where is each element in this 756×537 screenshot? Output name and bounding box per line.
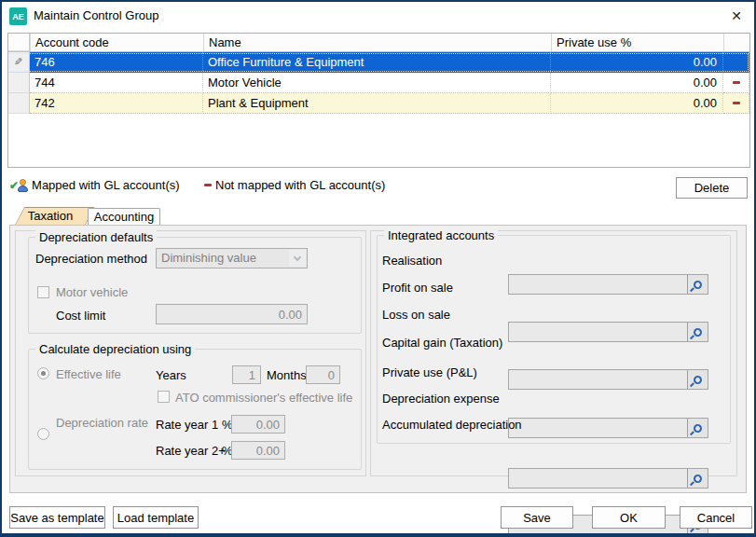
private-use-cell[interactable]: 0.00: [551, 93, 723, 114]
row-selector-cell[interactable]: [8, 93, 30, 114]
search-icon: [692, 374, 704, 386]
not-mapped-icon: [733, 81, 740, 84]
table-row[interactable]: ✎ 746 Office Furniture & Equipment 0.00: [8, 52, 749, 73]
edit-pencil-icon: ✎: [14, 57, 22, 67]
green-check-icon: ✔: [9, 179, 19, 192]
capital-gain-label: Capital gain (Taxation): [382, 336, 502, 350]
search-button[interactable]: [687, 469, 708, 488]
grid-header-private-use[interactable]: Private use %: [551, 34, 723, 51]
private-use-pl-field[interactable]: [508, 468, 708, 489]
depreciation-rate-radio[interactable]: [37, 428, 49, 440]
years-field[interactable]: 1: [232, 365, 261, 384]
depreciation-method-value: Diminishing value: [161, 251, 256, 265]
legend-not-mapped: Not mapped with GL account(s): [204, 178, 385, 192]
depreciation-method-label: Depreciation method: [35, 252, 147, 266]
mapping-status-cell: [723, 73, 749, 93]
mapping-status-cell: [723, 93, 749, 114]
grid-header-selector: [8, 34, 30, 51]
table-row[interactable]: 744 Motor Vehicle 0.00: [8, 73, 749, 93]
close-icon[interactable]: ✕: [728, 7, 745, 24]
search-icon: [692, 473, 704, 485]
title-bar: AE Maintain Control Group ✕: [2, 2, 754, 30]
accounts-grid: Account code Name Private use % ✎ 746 Of…: [7, 33, 750, 168]
red-dash-icon: [204, 184, 212, 186]
load-template-button[interactable]: Load template: [113, 506, 199, 529]
account-name-cell[interactable]: Plant & Equipment: [203, 93, 551, 114]
search-icon: [692, 422, 704, 434]
loss-on-sale-field[interactable]: [508, 369, 708, 390]
realisation-field[interactable]: [508, 274, 708, 295]
depreciation-method-select[interactable]: Diminishing value: [156, 248, 308, 268]
private-use-cell[interactable]: 0.00: [551, 52, 723, 73]
search-button[interactable]: [687, 419, 708, 437]
cost-limit-label: Cost limit: [56, 309, 105, 323]
grid-header-row: Account code Name Private use %: [8, 34, 749, 52]
maintain-control-group-dialog: AE Maintain Control Group ✕ Account code…: [0, 0, 756, 537]
row-selector-cell[interactable]: [8, 73, 30, 93]
motor-vehicle-label: Motor vehicle: [56, 285, 128, 299]
profit-on-sale-label: Profit on sale: [382, 281, 453, 295]
row-selector-cell[interactable]: ✎: [8, 52, 30, 73]
tab-accounting[interactable]: Accounting: [88, 208, 160, 226]
loss-on-sale-label: Loss on sale: [382, 308, 450, 322]
months-field[interactable]: 0: [306, 365, 340, 384]
rate-year2-label: Rate year 2+: [156, 444, 226, 458]
save-button[interactable]: Save: [501, 506, 573, 529]
tab-taxation-label: Taxation: [15, 209, 86, 223]
account-code-cell[interactable]: 746: [30, 52, 203, 73]
rate-year1-field[interactable]: 0.00: [231, 415, 285, 434]
save-as-template-button[interactable]: Save as template: [9, 506, 105, 529]
legend-mapped-label: Mapped with GL account(s): [32, 178, 179, 192]
calculate-depreciation-legend: Calculate depreciation using: [35, 342, 195, 356]
depreciation-expense-label: Depreciation expense: [382, 392, 500, 406]
table-row[interactable]: 742 Plant & Equipment 0.00: [8, 93, 749, 114]
accumulated-depreciation-label: Accumulated depreciation: [382, 418, 522, 432]
private-use-cell[interactable]: 0.00: [551, 73, 723, 93]
account-name-cell[interactable]: Office Furniture & Equipment: [203, 52, 551, 73]
search-icon: [692, 279, 704, 291]
chevron-down-icon: [289, 250, 306, 267]
account-code-cell[interactable]: 742: [30, 93, 203, 114]
cancel-button[interactable]: Cancel: [680, 506, 752, 529]
ato-effective-life-label: ATO commissioner's effective life: [175, 391, 352, 405]
capital-gain-field[interactable]: [508, 418, 708, 438]
legend-not-mapped-label: Not mapped with GL account(s): [215, 178, 385, 192]
ato-effective-life-checkbox[interactable]: [158, 391, 170, 403]
search-button[interactable]: [687, 323, 708, 341]
account-code-cell[interactable]: 744: [30, 73, 203, 93]
tab-taxation[interactable]: Taxation: [15, 207, 86, 225]
months-label: Months: [267, 368, 307, 382]
search-button[interactable]: [687, 275, 708, 294]
grid-header-status: [723, 34, 749, 51]
depreciation-defaults-legend: Depreciation defaults: [35, 230, 157, 244]
integrated-accounts-legend: Integrated accounts: [384, 228, 498, 242]
grid-header-name[interactable]: Name: [203, 34, 551, 51]
search-button[interactable]: [687, 370, 708, 389]
legend-mapped: ✔ Mapped with GL account(s): [9, 178, 180, 192]
realisation-label: Realisation: [382, 254, 442, 268]
motor-vehicle-checkbox[interactable]: [37, 286, 49, 298]
rate-year2-field[interactable]: 0.00: [231, 441, 285, 460]
cost-limit-field[interactable]: 0.00: [156, 304, 308, 324]
private-use-pl-label: Private use (P&L): [382, 365, 477, 379]
depreciation-rate-label: Depreciation rate: [56, 416, 148, 430]
account-name-cell[interactable]: Motor Vehicle: [203, 73, 551, 93]
delete-button[interactable]: Delete: [676, 177, 748, 199]
effective-life-label: Effective life: [56, 367, 121, 381]
years-label: Years: [156, 368, 186, 382]
dialog-title: Maintain Control Group: [34, 8, 158, 22]
profit-on-sale-field[interactable]: [508, 322, 708, 342]
mapping-status-cell: [723, 52, 749, 73]
ae-app-icon: AE: [9, 7, 27, 25]
search-icon: [692, 326, 704, 338]
not-mapped-icon: [733, 102, 740, 104]
rate-year1-label: Rate year 1: [156, 418, 218, 432]
ok-button[interactable]: OK: [592, 506, 666, 529]
tab-accounting-label: Accounting: [94, 210, 154, 224]
grid-header-account-code[interactable]: Account code: [30, 34, 203, 51]
effective-life-radio[interactable]: [37, 367, 49, 379]
